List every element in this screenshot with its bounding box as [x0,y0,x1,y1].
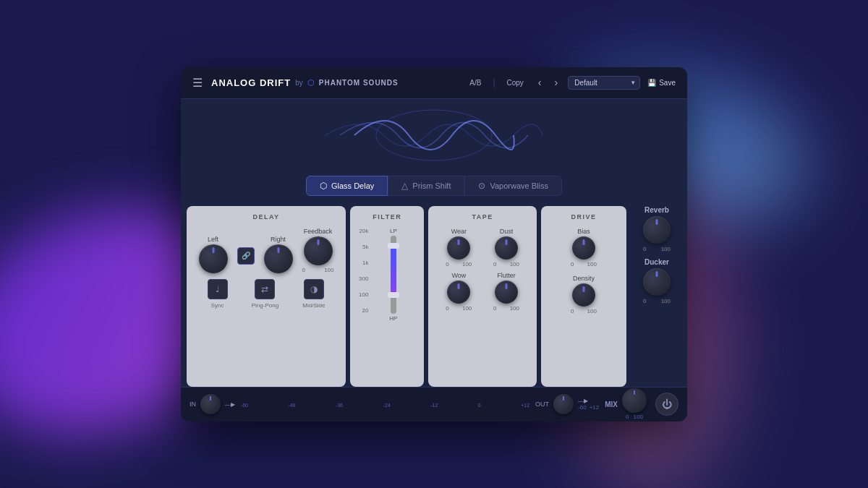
reverb-knob[interactable] [643,216,671,244]
filter-track[interactable] [391,236,396,314]
right-sidebar: Reverb 0 100 Ducker 0 100 [631,206,681,387]
filter-freq-labels: 20k 5k 1k 300 100 20 [359,228,370,314]
mix-section: MIX 0 100 [605,388,647,420]
header: ☰ ANALOG DRIFT by ⬡ PHANTOM SOUNDS A/B |… [181,67,687,99]
tape-grid: Wear 0 100 Dust 0 100 [437,228,527,312]
drive-density-group: Density 0 100 [571,275,597,314]
delay-right-knob[interactable] [264,244,293,273]
brand: ANALOG DRIFT by ⬡ PHANTOM SOUNDS [211,77,456,88]
link-icon: 🔗 [242,252,250,260]
mid-side-label: Mid/Side [302,302,325,309]
tape-flutter-label: Flutter [497,272,516,279]
prev-preset-button[interactable]: ‹ [535,75,545,90]
visualizer [181,99,687,171]
delay-left-knob[interactable] [199,244,228,273]
drive-title: DRIVE [550,213,618,221]
delay-right-knob-group: Right [264,236,293,273]
drive-density-knob[interactable] [572,283,595,307]
in-marker: —▶ [225,401,235,408]
filter-hp-label: HP [389,315,397,322]
ping-pong-button[interactable]: ⇄ [255,279,275,299]
plugin-window: ☰ ANALOG DRIFT by ⬡ PHANTOM SOUNDS A/B |… [181,67,687,421]
reverb-group: Reverb 0 100 [632,206,681,252]
preset-tabs: ⬡ Glass Delay △ Prism Shift ⊙ Vaporwave … [181,171,687,200]
ab-button[interactable]: A/B [465,77,485,88]
delay-left-label: Left [208,236,218,243]
tab-prism-shift[interactable]: △ Prism Shift [388,176,464,196]
save-icon: 💾 [647,79,656,87]
phantom-icon: ⬡ [307,78,315,87]
brand-name: PHANTOM SOUNDS [319,79,399,87]
in-section: IN —▶ [190,394,235,414]
ducker-label: Ducker [644,258,669,266]
delay-panel: DELAY Left 🔗 Right [187,206,346,387]
tape-panel: TAPE Wear 0 100 Dust 0 10 [428,206,536,387]
drive-density-label: Density [573,275,595,282]
link-button[interactable]: 🔗 [237,247,255,265]
copy-button[interactable]: Copy [503,77,528,88]
tape-wow-group: Wow 0 100 [437,272,480,312]
brand-by: by [295,79,303,87]
next-preset-button[interactable]: › [552,75,561,90]
tape-wow-label: Wow [451,272,466,279]
tape-flutter-knob[interactable] [495,281,518,304]
filter-title: FILTER [359,213,415,221]
tape-dust-group: Dust 0 100 [485,228,528,267]
meter-marks: -60 -48 -36 -24 -12 0 +12 [241,403,529,408]
save-button[interactable]: 💾 Save [647,79,676,87]
header-controls: A/B | Copy ‹ › Default ▼ 💾 Save [465,75,676,90]
tab-glass-delay[interactable]: ⬡ Glass Delay [306,176,388,196]
tape-dust-knob[interactable] [495,236,518,260]
tape-dust-label: Dust [500,228,514,235]
tab-vaporwave-label: Vaporwave Bliss [490,181,548,190]
delay-knobs-row: Left 🔗 Right Feedback [195,228,337,273]
out-section: OUT —▶ -60 +12 [535,394,599,414]
glass-delay-icon: ⬡ [320,181,327,191]
mix-label: MIX [605,401,618,408]
tab-vaporwave-bliss[interactable]: ⊙ Vaporwave Bliss [464,176,562,196]
mid-side-button[interactable]: ◑ [304,279,324,299]
delay-feedback-label: Feedback [304,228,333,235]
delay-feedback-knob[interactable] [304,236,333,265]
delay-title: DELAY [195,213,337,221]
out-label: OUT [535,401,549,408]
ducker-knob[interactable] [643,268,671,296]
delay-bottom-row: ♩ Sync ⇄ Ping-Pong ◑ Mid/Side [195,279,337,309]
prism-shift-icon: △ [401,181,408,191]
mix-knob[interactable] [622,388,647,413]
sync-label: Sync [211,302,224,309]
bottom-bar: IN —▶ -60 -48 -36 -24 -12 0 +12 OUT [181,387,687,421]
tape-wow-knob[interactable] [447,281,470,304]
drive-panel: DRIVE Bias 0 100 Density 0 [541,206,626,387]
drive-bias-label: Bias [577,228,590,235]
filter-lp-handle[interactable] [388,243,399,249]
level-meter-section: -60 -48 -36 -24 -12 0 +12 [241,401,529,408]
vaporwave-icon: ⊙ [478,181,485,191]
power-button[interactable]: ⏻ [655,393,678,416]
ducker-group: Ducker 0 100 [632,258,681,304]
main-content: DELAY Left 🔗 Right [181,200,687,387]
sync-button[interactable]: ♩ [208,279,228,299]
tab-glass-delay-label: Glass Delay [331,181,374,190]
in-knob[interactable] [200,394,221,414]
tape-wear-knob[interactable] [447,236,470,260]
out-knob[interactable] [553,394,574,414]
preset-selector[interactable]: Default [568,76,640,90]
app-title: ANALOG DRIFT [211,77,291,88]
drive-bias-knob[interactable] [572,236,595,260]
ping-pong-label: Ping-Pong [252,302,278,309]
tab-prism-shift-label: Prism Shift [412,181,451,190]
power-icon: ⏻ [662,398,672,410]
reverb-label: Reverb [644,206,669,214]
tape-flutter-group: Flutter 0 100 [485,272,528,312]
delay-feedback-knob-group: Feedback 0 100 [302,228,334,273]
drive-bias-group: Bias 0 100 [571,228,597,267]
tape-wear-group: Wear 0 100 [437,228,480,267]
menu-icon[interactable]: ☰ [192,76,203,90]
delay-right-label: Right [271,236,286,243]
tape-title: TAPE [437,213,527,221]
filter-hp-handle[interactable] [388,292,399,298]
filter-panel: FILTER 20k 5k 1k 300 100 20 LP [350,206,424,387]
tape-wear-label: Wear [451,228,467,235]
delay-feedback-range: 0 100 [302,267,334,273]
